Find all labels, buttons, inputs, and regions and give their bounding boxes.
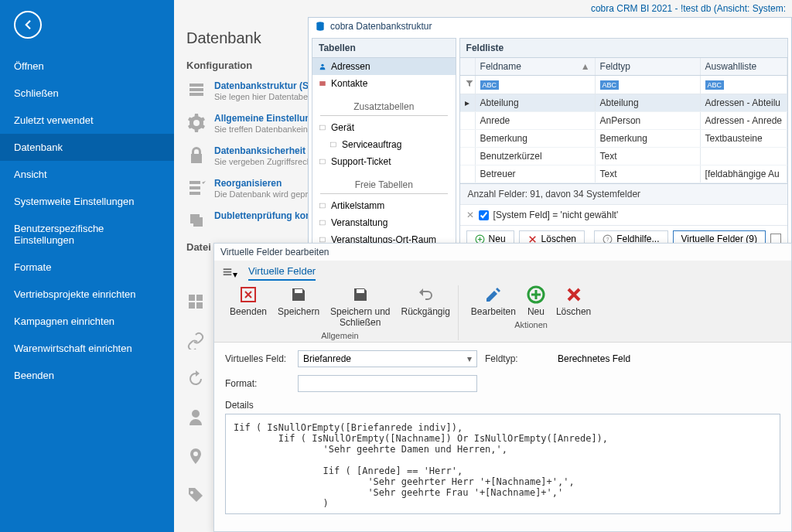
dbstruct-titlebar[interactable]: cobra Datenbankstruktur xyxy=(309,18,791,35)
nav-open[interactable]: Öffnen xyxy=(0,53,174,80)
table-row[interactable]: BemerkungBemerkungTextbausteine xyxy=(460,130,787,148)
cell-typ: AnPerson xyxy=(596,112,701,129)
beenden-button[interactable]: Beenden xyxy=(230,285,267,328)
speichern-button[interactable]: Speichern xyxy=(278,285,319,328)
table-label: Gerät xyxy=(331,122,354,133)
col-feldname[interactable]: Feldname xyxy=(480,61,521,72)
cell-name: Benutzerkürzel xyxy=(476,148,596,165)
cell-aus: [feldabhängige Au xyxy=(701,165,787,182)
nav-campaigns[interactable]: Kampagnen einrichten xyxy=(0,308,174,335)
ribbon-group-actions: Bearbeiten Neu Löschen Aktionen xyxy=(463,285,599,340)
loeschen-button[interactable]: Löschen xyxy=(556,285,591,317)
cfg-title: Datenbanksicherheit xyxy=(214,145,306,156)
cell-typ: Bemerkung xyxy=(596,130,701,147)
cfg-sub: Sie legen hier Datentabell xyxy=(214,92,312,101)
menu-icon[interactable]: ▾ xyxy=(222,267,237,280)
svg-rect-8 xyxy=(319,237,326,242)
table-veranstaltung[interactable]: Veranstaltung xyxy=(312,214,456,231)
edit-icon xyxy=(484,285,503,304)
nav-close[interactable]: Schließen xyxy=(0,80,174,107)
nav-sales-projects[interactable]: Vertriebsprojekte einrichten xyxy=(0,281,174,308)
refresh-icon[interactable] xyxy=(186,370,205,388)
speichern-schliessen-button[interactable]: Speichern und Schließen xyxy=(330,285,390,328)
table-row[interactable]: BenutzerkürzelText xyxy=(460,148,787,165)
nav-list: Öffnen Schließen Zuletzt verwendet Daten… xyxy=(0,53,174,389)
nav-quit[interactable]: Beenden xyxy=(0,362,174,389)
filter-checkbox[interactable] xyxy=(479,210,489,220)
back-button[interactable] xyxy=(14,11,42,39)
cell-name: Abteilung xyxy=(476,94,596,111)
person-icon xyxy=(319,63,326,70)
filter-clear-icon[interactable]: ✕ xyxy=(466,210,474,220)
icon-column xyxy=(186,292,205,504)
grid-header[interactable]: Feldname ▲ Feldtyp Auswahlliste xyxy=(460,58,787,76)
table-geraet[interactable]: Gerät xyxy=(312,119,456,136)
nav-formats[interactable]: Formate xyxy=(0,254,174,281)
cell-name: Bemerkung xyxy=(476,130,596,147)
save-close-icon xyxy=(351,285,370,304)
vf-titlebar[interactable]: Virtuelle Felder bearbeiten xyxy=(214,244,791,261)
filter-text: [System Feld] = 'nicht gewählt' xyxy=(493,210,619,220)
cell-aus: Textbausteine xyxy=(701,130,787,147)
cfg-title: Allgemeine Einstellun xyxy=(214,113,311,124)
filter-icon xyxy=(465,79,474,88)
user-lock-icon[interactable] xyxy=(186,408,205,427)
grid-filter-row[interactable]: ABC ABC ABC xyxy=(460,76,787,94)
tables-pane: Tabellen Adressen Kontakte Zusatztabelle… xyxy=(312,38,456,266)
btn-label: Bearbeiten xyxy=(471,306,516,317)
rueckgaengig-button[interactable]: Rückgängig xyxy=(401,285,449,328)
table-artikel[interactable]: Artikelstamm xyxy=(312,197,456,214)
svg-rect-7 xyxy=(319,220,326,225)
cell-typ: Text xyxy=(596,148,701,165)
cell-typ: Abteilung xyxy=(596,94,701,111)
cell-aus: Adressen - Abteilu xyxy=(701,94,787,111)
table-row[interactable]: BetreuerText[feldabhängige Au xyxy=(460,165,787,183)
bearbeiten-button[interactable]: Bearbeiten xyxy=(471,285,516,317)
link-icon[interactable] xyxy=(186,331,205,350)
ribbon-group-general: Beenden Speichern Speichern und Schließe… xyxy=(222,285,459,340)
col-auswahl[interactable]: Auswahlliste xyxy=(701,58,787,75)
cell-name: Anrede xyxy=(476,112,596,129)
field-summary: Anzahl Felder: 91, davon 34 Systemfelder xyxy=(460,183,787,204)
grid-icon[interactable] xyxy=(186,292,205,311)
expression-editor[interactable]: Iif ( IsNullOrEmpty([Briefanrede indiv])… xyxy=(225,414,780,514)
table-row[interactable]: ▸ Abteilung Abteilung Adressen - Abteilu xyxy=(460,94,787,112)
vf-tab[interactable]: Virtuelle Felder xyxy=(248,265,316,281)
x-icon xyxy=(565,285,583,304)
vf-field-dropdown[interactable]: Briefanrede▾ xyxy=(298,350,477,367)
cell-name: Betreuer xyxy=(476,165,596,182)
table-label: Kontakte xyxy=(331,78,367,89)
location-icon[interactable] xyxy=(186,447,205,466)
nav-user-settings[interactable]: Benutzerspezifische Einstellungen xyxy=(0,215,174,254)
group-label: Allgemein xyxy=(321,331,358,340)
dbstruct-title: cobra Datenbankstruktur xyxy=(330,21,432,32)
table-support[interactable]: Support-Ticket xyxy=(312,153,456,170)
col-feldtyp[interactable]: Feldtyp xyxy=(596,58,701,75)
table-label: Serviceauftrag xyxy=(342,139,401,150)
table-icon xyxy=(319,124,326,131)
svg-rect-15 xyxy=(224,274,232,275)
undo-icon xyxy=(416,285,435,304)
vf-format-input[interactable] xyxy=(298,375,477,392)
nav-database[interactable]: Datenbank xyxy=(0,134,174,161)
cfg-title: Dublettenprüfung kon xyxy=(214,210,311,221)
nav-recent[interactable]: Zuletzt verwendet xyxy=(0,107,174,134)
lock-icon xyxy=(186,145,207,165)
table-kontakte[interactable]: Kontakte xyxy=(312,75,456,92)
nav-view[interactable]: Ansicht xyxy=(0,161,174,188)
vf-format-label: Format: xyxy=(225,378,290,389)
btn-label: Speichern xyxy=(278,306,319,317)
filter-bar[interactable]: ✕ [System Feld] = 'nicht gewählt' xyxy=(460,204,787,225)
nav-system-settings[interactable]: Systemweite Einstellungen xyxy=(0,188,174,215)
table-row[interactable]: AnredeAnPersonAdressen - Anrede xyxy=(460,112,787,130)
nav-inventory[interactable]: Warenwirtschaft einrichten xyxy=(0,335,174,362)
tag-icon[interactable] xyxy=(186,486,205,504)
table-serviceauftrag[interactable]: Serviceauftrag xyxy=(312,136,456,153)
gear-icon xyxy=(186,113,207,133)
cfg-sub: Die Datenbank wird geprü xyxy=(214,189,312,199)
neu-button[interactable]: Neu xyxy=(527,285,545,317)
card-icon xyxy=(319,80,326,87)
table-adressen[interactable]: Adressen xyxy=(312,58,456,75)
svg-rect-13 xyxy=(224,268,232,270)
vf-form: Virtuelles Feld: Briefanrede▾ Feldtyp: B… xyxy=(214,343,791,522)
